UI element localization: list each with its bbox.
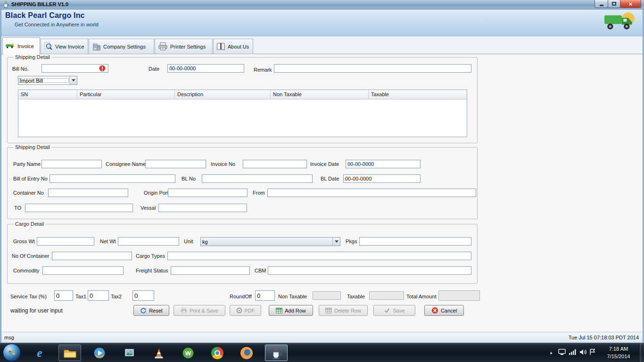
taskbar-vlc-icon[interactable] (151, 346, 166, 360)
net-wt-input[interactable] (118, 237, 179, 246)
tray-show-hidden-icons-button[interactable]: ▲ (547, 349, 555, 356)
close-button[interactable]: × (620, 0, 641, 8)
invoice-items-table-body[interactable] (18, 99, 467, 137)
gross-wt-input[interactable] (37, 237, 94, 246)
taskbar-firefox-icon[interactable] (239, 346, 254, 360)
delete-row-button-label: Delete Row (334, 308, 361, 313)
tab-view-invoice[interactable]: View Invoice (41, 39, 88, 54)
column-header-description[interactable]: Description (175, 90, 271, 99)
invoice-truck-icon (6, 43, 15, 49)
cbm-input[interactable] (268, 266, 471, 275)
taskbar-windows-explorer-icon[interactable] (62, 346, 77, 360)
party-name-input[interactable] (41, 160, 102, 168)
show-desktop-button[interactable] (639, 343, 644, 362)
view-invoice-magnifier-icon (44, 42, 53, 51)
from-input[interactable] (267, 189, 476, 197)
cargo-types-label: Cargo Types (136, 253, 165, 259)
remark-input[interactable] (274, 64, 471, 73)
tax1-input[interactable] (88, 290, 109, 301)
tray-display-icon[interactable] (558, 349, 566, 355)
pkgs-input[interactable] (359, 237, 471, 246)
unit-selected-value: kg (201, 239, 332, 245)
add-row-icon (276, 307, 282, 314)
cargo-types-input[interactable] (167, 252, 471, 260)
reset-button-label: Reset (149, 308, 163, 313)
unit-select[interactable]: kg (200, 237, 340, 246)
delete-row-button[interactable]: Delete Row (319, 305, 368, 316)
taskbar-java-shipping-biller-icon[interactable] (269, 346, 284, 360)
total-amount-field[interactable] (438, 290, 480, 301)
tab-about-us[interactable]: About Us (213, 39, 253, 54)
cargo-detail-title: Cargo Detail (13, 221, 46, 227)
add-row-button[interactable]: Add Row (269, 305, 313, 316)
column-header-particular[interactable]: Particular (77, 90, 175, 99)
delete-row-icon (325, 307, 332, 314)
column-header-taxable[interactable]: Taxable (369, 90, 467, 99)
pdf-icon (236, 307, 242, 313)
tax2-label: Tax2 (111, 294, 122, 299)
freight-status-input[interactable] (171, 266, 250, 275)
tab-bar: Invoice View Invoice Company Settings (1, 36, 643, 54)
column-header-non-taxable[interactable]: Non Taxable (271, 90, 369, 99)
window-controls: × (595, 0, 641, 8)
tray-network-icon[interactable] (569, 349, 576, 355)
tab-view-invoice-label: View Invoice (55, 44, 84, 49)
net-wt-label: Net Wt (100, 239, 116, 244)
date-input[interactable] (167, 64, 244, 73)
taxable-total-field[interactable] (369, 291, 404, 300)
commodity-label: Commodity (13, 268, 40, 273)
vessal-input[interactable] (158, 204, 247, 212)
taskbar-clock[interactable]: 7:18 AM 7/15/2014 (600, 345, 637, 361)
consignee-name-input[interactable] (145, 160, 206, 168)
tray-action-center-icon[interactable] (589, 349, 595, 355)
no-of-container-input[interactable] (52, 252, 132, 260)
to-input[interactable] (25, 204, 133, 212)
save-check-icon (384, 307, 390, 313)
bl-date-input[interactable] (343, 174, 421, 183)
cancel-button[interactable]: Cancel (424, 305, 464, 316)
remark-label: Remark (254, 67, 272, 73)
tab-company-settings[interactable]: Company Settings (89, 39, 154, 54)
reset-button[interactable]: Reset (133, 305, 169, 316)
clock-date: 7/15/2014 (600, 353, 637, 360)
bl-no-input[interactable] (202, 174, 313, 183)
status-bar-message: msg (4, 335, 14, 340)
taskbar-chrome-icon[interactable] (210, 346, 225, 360)
start-button[interactable] (3, 344, 21, 362)
minimize-button[interactable] (594, 0, 608, 8)
total-amount-label: Total Amount (406, 294, 437, 299)
container-no-input[interactable] (48, 189, 128, 197)
shipping-detail-title: Shipping Detail (13, 144, 52, 150)
taskbar-photo-viewer-icon[interactable] (122, 346, 137, 360)
invoice-no-input[interactable] (243, 160, 307, 168)
tray-volume-icon[interactable] (579, 349, 587, 355)
column-header-sn[interactable]: SN (18, 90, 77, 99)
service-tax-input[interactable] (54, 290, 73, 301)
bill-type-select[interactable]: Import Bill (18, 76, 77, 85)
app-header: Black Pearl Cargo Inc Get Connected in A… (1, 9, 643, 36)
bill-of-entry-no-input[interactable] (50, 174, 175, 183)
taskbar-internet-explorer-icon[interactable]: e (32, 346, 47, 360)
tax2-input[interactable] (132, 290, 154, 301)
pdf-button[interactable]: PDF (230, 305, 261, 316)
bill-type-selected-value: Import Bill (18, 78, 69, 83)
tab-printer-settings[interactable]: Printer Settings (155, 39, 213, 54)
print-save-button[interactable]: Print & Save (173, 305, 225, 316)
date-label: Date (149, 66, 159, 72)
non-taxable-total-field[interactable] (313, 291, 341, 300)
status-bar-datetime: Tue Jul 15 07:18:03 PDT 2014 (569, 335, 639, 340)
maximize-button[interactable] (608, 0, 620, 8)
cancel-x-icon (431, 307, 438, 314)
taskbar-w-app-icon[interactable]: W (181, 346, 196, 360)
save-button[interactable]: Save (373, 305, 415, 316)
origin-port-input[interactable] (168, 189, 248, 197)
tab-invoice[interactable]: Invoice (2, 37, 40, 55)
commodity-input[interactable] (42, 266, 124, 275)
shipping-detail-top-title: Shipping Detail (13, 54, 52, 60)
service-tax-label: Service Tax (%) (10, 294, 47, 299)
taskbar-media-player-icon[interactable] (92, 346, 107, 360)
desktop: SHIPPING BILLER V1.0 × Black Pearl Cargo… (0, 0, 644, 362)
bill-no-input[interactable] (41, 64, 108, 73)
roundoff-input[interactable] (255, 290, 275, 301)
invoice-date-input[interactable] (346, 160, 421, 168)
